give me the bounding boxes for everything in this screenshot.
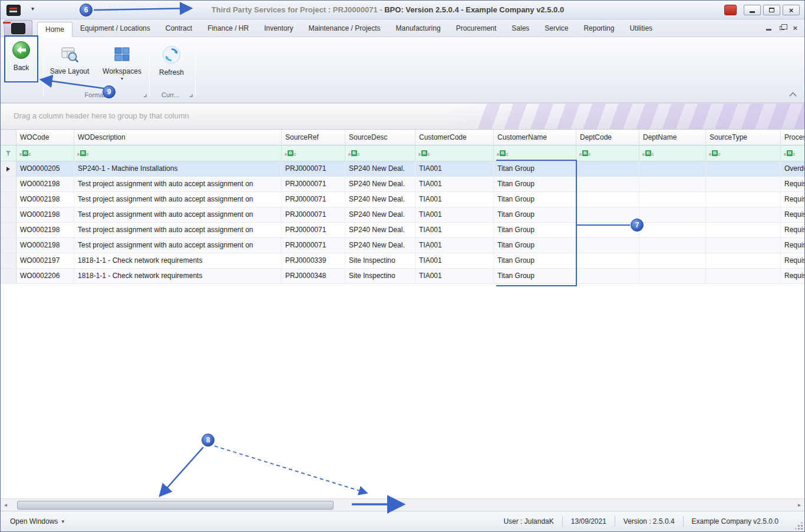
back-button-label: Back: [14, 64, 29, 72]
statusbar: Open Windows ▾ User : JulandaK13/09/2021…: [1, 511, 804, 531]
grid-cell: [576, 177, 639, 191]
column-header-process[interactable]: Process: [781, 130, 804, 145]
tab-maintenance-projects[interactable]: Maintenance / Projects: [301, 21, 388, 37]
grid-cell: SP240 New Deal.: [345, 207, 415, 222]
close-button[interactable]: ×: [783, 5, 800, 15]
grid-cell: WO0002198: [17, 192, 74, 207]
grid-cell: TIA001: [415, 207, 494, 222]
application-menu-button[interactable]: [4, 20, 32, 37]
table-row[interactable]: WO0002198Test project assignment with au…: [1, 223, 804, 238]
filter-cell-process[interactable]: aBc: [781, 146, 804, 161]
dialog-launcher-icon[interactable]: [144, 94, 147, 97]
grid-cell: Test project assignment with auto accept…: [74, 177, 282, 191]
grid-cell: [576, 253, 639, 268]
save-layout-label: Save Layout: [50, 67, 90, 75]
row-indicator: [1, 177, 17, 191]
scroll-left-button[interactable]: ◄: [1, 503, 11, 508]
minimize-button[interactable]: [744, 5, 761, 15]
grid-cell: [639, 207, 706, 222]
abc-filter-icon: aBc: [709, 150, 720, 156]
grid-cell: Requisi: [781, 207, 804, 222]
minimize-icon: [750, 11, 755, 13]
table-row[interactable]: WO00021971818-1-1 - Check network requir…: [1, 253, 804, 269]
workspaces-button[interactable]: Workspaces ▾: [98, 39, 146, 90]
save-layout-button[interactable]: Save Layout: [48, 39, 91, 90]
tab-manufacturing[interactable]: Manufacturing: [388, 21, 448, 37]
table-row[interactable]: WO0002198Test project assignment with au…: [1, 207, 804, 223]
grid-cell: [706, 238, 781, 253]
tab-contract[interactable]: Contract: [158, 21, 200, 37]
open-windows-button[interactable]: Open Windows ▾: [5, 515, 69, 528]
column-header-sourceref[interactable]: SourceRef: [282, 130, 345, 145]
grid-cell: Requisi: [781, 238, 804, 253]
mdi-window-controls: ×: [766, 19, 797, 37]
maximize-button[interactable]: [763, 5, 780, 15]
filter-cell-deptname[interactable]: aBc: [639, 146, 706, 161]
filter-cell-customercode[interactable]: aBc: [415, 146, 494, 161]
column-header-deptcode[interactable]: DeptCode: [576, 130, 639, 145]
grid-cell: TIA001: [415, 192, 494, 207]
row-indicator: [1, 238, 17, 253]
grid-cell: [706, 207, 781, 222]
column-header-sourcetype[interactable]: SourceType: [706, 130, 781, 145]
grid-cell: WO0002198: [17, 238, 74, 253]
tab-finance-hr[interactable]: Finance / HR: [200, 21, 256, 37]
grid-cell: Titan Group: [494, 253, 576, 268]
grid-cell: SP240 New Deal.: [345, 238, 415, 253]
grid-cell: [706, 192, 781, 207]
grid-cell: Titan Group: [494, 207, 576, 222]
filter-cell-sourceref[interactable]: aBc: [282, 146, 345, 161]
table-row[interactable]: WO0002198Test project assignment with au…: [1, 192, 804, 207]
filter-cell-sourcetype[interactable]: aBc: [706, 146, 781, 161]
column-header-sourcedesc[interactable]: SourceDesc: [345, 130, 415, 145]
tab-inventory[interactable]: Inventory: [256, 21, 301, 37]
table-row[interactable]: WO0002198Test project assignment with au…: [1, 238, 804, 253]
table-row[interactable]: WO0002198Test project assignment with au…: [1, 177, 804, 192]
scrollbar-track[interactable]: [11, 500, 794, 510]
filter-cell-deptcode[interactable]: aBc: [576, 146, 639, 161]
ribbon-group-format-label: Format: [48, 91, 142, 98]
tab-utilities[interactable]: Utilities: [622, 21, 660, 37]
group-by-panel[interactable]: Drag a column header here to group by th…: [1, 103, 804, 129]
mdi-minimize-button[interactable]: [766, 29, 771, 31]
column-header-customercode[interactable]: CustomerCode: [415, 130, 494, 145]
resize-grip-icon[interactable]: [795, 522, 803, 530]
tab-sales[interactable]: Sales: [504, 21, 537, 37]
filter-cell-wocode[interactable]: aBc: [17, 146, 74, 161]
quick-access-caret-icon[interactable]: ▾: [31, 5, 34, 12]
table-row[interactable]: WO0000205SP240-1 - Machine Installations…: [1, 161, 804, 177]
grid-cell: PRJ0000348: [282, 269, 345, 283]
grid-cell: WO0002206: [17, 269, 74, 283]
table-row[interactable]: WO00022061818-1-1 - Check network requir…: [1, 269, 804, 284]
refresh-button[interactable]: Refresh: [153, 39, 190, 90]
column-header-wocode[interactable]: WOCode: [17, 130, 74, 145]
window-title: Third Party Services for Project : PRJ00…: [60, 1, 716, 19]
grid-cell: Overdu: [781, 161, 804, 176]
mdi-close-button[interactable]: ×: [793, 24, 797, 32]
mdi-restore-button[interactable]: [780, 26, 784, 30]
collapse-ribbon-icon[interactable]: [790, 91, 796, 97]
column-header-wodescription[interactable]: WODescription: [74, 130, 282, 145]
horizontal-scrollbar[interactable]: ◄ ►: [1, 498, 804, 511]
statusbar-segment: User : JulandaK: [495, 517, 562, 526]
filter-cell-wodescription[interactable]: aBc: [74, 146, 282, 161]
filter-cell-sourcedesc[interactable]: aBc: [345, 146, 415, 161]
tab-reporting[interactable]: Reporting: [576, 21, 622, 37]
app-logo-icon[interactable]: [6, 5, 21, 16]
row-indicator: [1, 269, 17, 283]
scroll-right-button[interactable]: ►: [794, 503, 804, 508]
titlebar-red-button[interactable]: [724, 5, 737, 15]
tab-procurement[interactable]: Procurement: [448, 21, 504, 37]
column-header-deptname[interactable]: DeptName: [639, 130, 706, 145]
grid-cell: PRJ0000071: [282, 192, 345, 207]
column-header-customername[interactable]: CustomerName: [494, 130, 576, 145]
tab-equipment-locations[interactable]: Equipment / Locations: [72, 21, 158, 37]
tab-home[interactable]: Home: [37, 22, 72, 37]
window-controls: ×: [724, 5, 800, 15]
filter-cell-customername[interactable]: aBc: [494, 146, 576, 161]
back-button[interactable]: Back: [5, 37, 37, 81]
tab-service[interactable]: Service: [537, 21, 576, 37]
scrollbar-thumb[interactable]: [17, 501, 334, 510]
dialog-launcher-icon[interactable]: [190, 94, 193, 97]
filter-row-indicator: [1, 146, 17, 161]
